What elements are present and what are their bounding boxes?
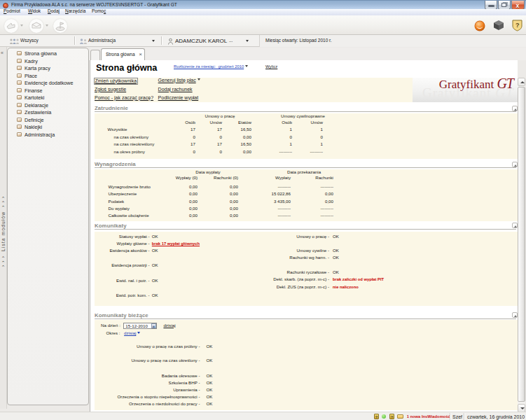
svg-text:?: ? bbox=[515, 22, 520, 29]
